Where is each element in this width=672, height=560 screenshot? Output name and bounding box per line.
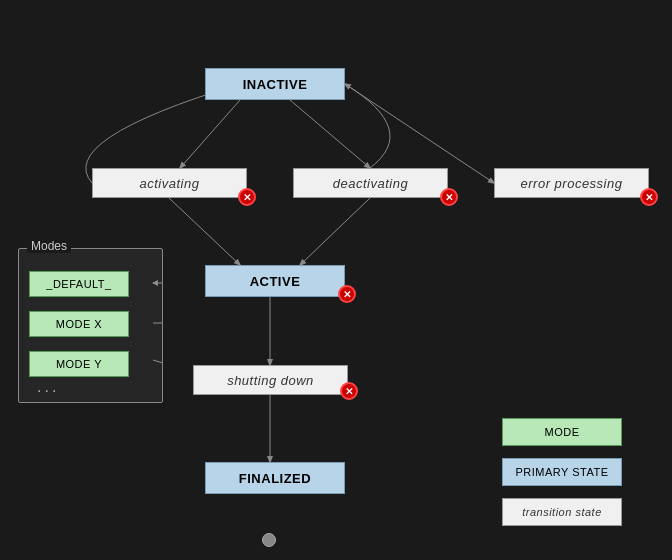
shutting-down-x: ✕ — [340, 382, 358, 400]
initial-state-dot — [262, 533, 276, 547]
svg-line-1 — [290, 100, 370, 168]
inactive-state: INACTIVE — [205, 68, 345, 100]
legend-mode: MODE — [502, 418, 622, 446]
deactivating-x: ✕ — [440, 188, 458, 206]
modes-title: Modes — [27, 239, 71, 253]
activating-x: ✕ — [238, 188, 256, 206]
svg-line-3 — [169, 198, 240, 265]
shutting-down-state: shutting down — [193, 365, 348, 395]
svg-line-4 — [300, 198, 370, 265]
error-processing-state: error processing — [494, 168, 649, 198]
activating-state: activating — [92, 168, 247, 198]
deactivating-state: deactivating — [293, 168, 448, 198]
active-state: ACTIVE — [205, 265, 345, 297]
legend-transition-state: transition state — [502, 498, 622, 526]
mode-default: _DEFAULT_ — [29, 271, 129, 297]
mode-x: MODE X — [29, 311, 129, 337]
legend-primary-state: PRIMARY STATE — [502, 458, 622, 486]
active-x: ✕ — [338, 285, 356, 303]
error-processing-x: ✕ — [640, 188, 658, 206]
finalized-state: FINALIZED — [205, 462, 345, 494]
modes-box: Modes _DEFAULT_ MODE X MODE Y ... — [18, 248, 163, 403]
modes-ellipsis: ... — [37, 378, 59, 396]
mode-y: MODE Y — [29, 351, 129, 377]
svg-line-0 — [180, 100, 240, 168]
